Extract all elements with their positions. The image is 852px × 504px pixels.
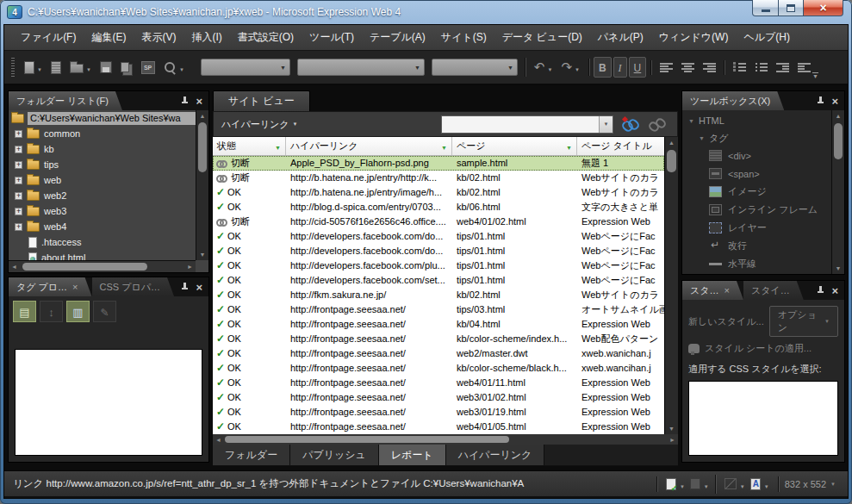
folder-tree-item[interactable]: about.html (9, 250, 196, 260)
sort-arrow-icon[interactable] (270, 141, 281, 152)
scroll-up-icon[interactable]: ▲ (665, 137, 678, 148)
table-row[interactable]: OK http://frontpage.seesaa.net/ tips/03.… (213, 302, 664, 317)
expand-icon[interactable] (15, 208, 22, 215)
scrollbar-thumb[interactable] (198, 122, 207, 172)
scroll-right-icon[interactable]: ► (184, 261, 196, 272)
menu-item[interactable]: 表示(V) (134, 27, 183, 48)
close-tab-icon[interactable]: × (725, 286, 730, 296)
menu-item[interactable]: テーブル(A) (362, 27, 433, 48)
view-tab[interactable]: ハイパーリンク (446, 445, 545, 465)
tab-css-properties[interactable]: CSS プロパ… (92, 277, 174, 296)
table-row[interactable]: OK http://fkm.sakura.ne.jp/ kb/02.html W… (213, 288, 664, 302)
close-panel-icon[interactable] (196, 279, 202, 295)
toolbox-group-tags[interactable]: タグ (682, 129, 831, 146)
font-size-dropdown[interactable] (432, 59, 518, 76)
column-header[interactable]: ページ (452, 137, 577, 155)
statusbar-button[interactable] (748, 476, 772, 492)
table-row[interactable]: OK http://developers.facebook.com/do... … (213, 244, 664, 258)
scrollbar-thumb[interactable] (667, 150, 676, 172)
tab-manage-styles[interactable]: スタ…× (682, 281, 743, 300)
table-row[interactable]: OK http://frontpage.seesaa.net/ kb/color… (213, 361, 664, 376)
pin-icon[interactable] (181, 282, 189, 292)
close-panel-icon[interactable] (831, 93, 838, 109)
menu-item[interactable]: 編集(E) (84, 27, 134, 48)
toolbox-vertical-scrollbar[interactable]: ▲ ▼ (831, 110, 844, 274)
scroll-right-icon[interactable]: ► (667, 434, 678, 445)
menu-item[interactable]: 書式設定(O) (230, 27, 302, 48)
column-header[interactable]: 状態 (213, 137, 286, 155)
tab-tag-properties[interactable]: タグ プロ…× (9, 277, 92, 296)
sort-button[interactable] (40, 301, 63, 322)
toolbar-overflow-icon[interactable]: ▼ (812, 72, 818, 80)
folder-list-title-tab[interactable]: フォルダー リスト(F) (9, 91, 122, 110)
toolbar-button[interactable] (531, 57, 557, 78)
show-set-properties-button[interactable] (66, 301, 90, 322)
folder-vertical-scrollbar[interactable]: ▲ ▼ (196, 110, 208, 260)
toolbar-button[interactable] (557, 57, 583, 78)
statusbar-button[interactable] (663, 476, 687, 492)
toolbar-grip[interactable] (11, 58, 15, 77)
broken-links-tool-icon[interactable] (649, 117, 666, 132)
scroll-up-icon[interactable]: ▲ (832, 110, 844, 121)
toolbox-item[interactable]: 改行 (682, 237, 831, 255)
close-panel-icon[interactable] (831, 283, 838, 298)
expand-icon[interactable] (15, 146, 22, 153)
maximize-button[interactable] (779, 0, 803, 16)
table-row[interactable]: OK http://frontpage.seesaa.net/ web3/01/… (213, 390, 664, 405)
toolbox-item[interactable]: イメージ (682, 183, 831, 201)
toolbox-item[interactable]: <span> (682, 165, 831, 183)
toolbar-button[interactable] (66, 57, 95, 78)
statusbar-button[interactable] (722, 476, 748, 492)
folder-tree-item[interactable]: kb (9, 141, 196, 157)
close-button[interactable] (803, 0, 843, 16)
table-row[interactable]: OK http://blog.d-spica.com/entry/0703...… (213, 200, 664, 215)
toolbox-title-tab[interactable]: ツールボックス(X) (682, 91, 784, 110)
table-row[interactable]: OK http://frontpage.seesaa.net/ web3/01/… (213, 405, 664, 420)
toolbar-button[interactable] (117, 59, 136, 75)
toolbox-group-html[interactable]: HTML (682, 112, 831, 129)
column-header[interactable]: ページ タイトル (577, 137, 664, 155)
folder-tree-item[interactable]: web3 (9, 203, 196, 219)
pin-icon[interactable] (181, 96, 189, 106)
site-root-item[interactable]: C:¥Users¥wanichan¥Web Sites¥wa (9, 110, 196, 126)
toolbar-button[interactable] (773, 59, 793, 76)
scroll-up-icon[interactable]: ▲ (196, 110, 208, 121)
toolbar-button[interactable] (751, 59, 771, 76)
scrollbar-thumb[interactable] (225, 436, 509, 443)
scrollbar-thumb[interactable] (22, 263, 147, 271)
table-row[interactable]: OK http://developers.facebook.com/set...… (213, 273, 664, 288)
menu-item[interactable]: ウィンドウ(W) (651, 27, 737, 48)
table-row[interactable]: 切断 http://b.hatena.ne.jp/entry/http://k.… (213, 171, 664, 185)
table-row[interactable]: OK http://frontpage.seesaa.net/ web4/01/… (213, 420, 664, 434)
menu-item[interactable]: 挿入(I) (183, 27, 229, 48)
expand-icon[interactable] (15, 130, 22, 138)
close-tab-icon[interactable]: × (72, 283, 78, 292)
pin-icon[interactable] (817, 96, 824, 106)
table-row[interactable]: OK http://developers.facebook.com/do... … (213, 229, 664, 244)
statusbar-button[interactable] (687, 476, 712, 492)
menu-item[interactable]: ツール(T) (302, 27, 362, 48)
close-panel-icon[interactable] (196, 93, 202, 109)
column-header[interactable]: ハイパーリンク (286, 137, 452, 155)
menu-item[interactable]: パネル(P) (590, 27, 651, 48)
toolbar-button[interactable] (594, 57, 612, 78)
attach-stylesheet-button[interactable]: スタイル シートの適用... (705, 342, 812, 355)
toolbar-button[interactable] (160, 57, 188, 78)
menu-item[interactable]: ヘルプ(H) (736, 27, 798, 48)
view-tab[interactable]: レポート (379, 445, 446, 465)
folder-tree-item[interactable]: web (9, 172, 196, 188)
view-tab[interactable]: フォルダー (213, 445, 290, 465)
scroll-down-icon[interactable]: ▼ (832, 263, 844, 274)
toolbar-button[interactable] (47, 59, 65, 77)
style-dropdown[interactable] (201, 59, 290, 76)
folder-tree-item[interactable]: web4 (9, 219, 196, 234)
toolbox-item[interactable]: <div> (682, 146, 831, 165)
folder-tree-item[interactable]: .htaccess (9, 234, 196, 250)
folder-tree-item[interactable]: web2 (9, 188, 196, 203)
scroll-down-icon[interactable]: ▼ (196, 249, 208, 260)
table-row[interactable]: OK http://frontpage.seesaa.net/ web4/01/… (213, 376, 664, 390)
toolbar-button[interactable] (794, 59, 814, 76)
new-style-button[interactable]: 新しいスタイル... (688, 315, 764, 328)
table-vertical-scrollbar[interactable]: ▲ ▼ (664, 137, 678, 434)
report-filter-combobox[interactable] (441, 115, 613, 134)
